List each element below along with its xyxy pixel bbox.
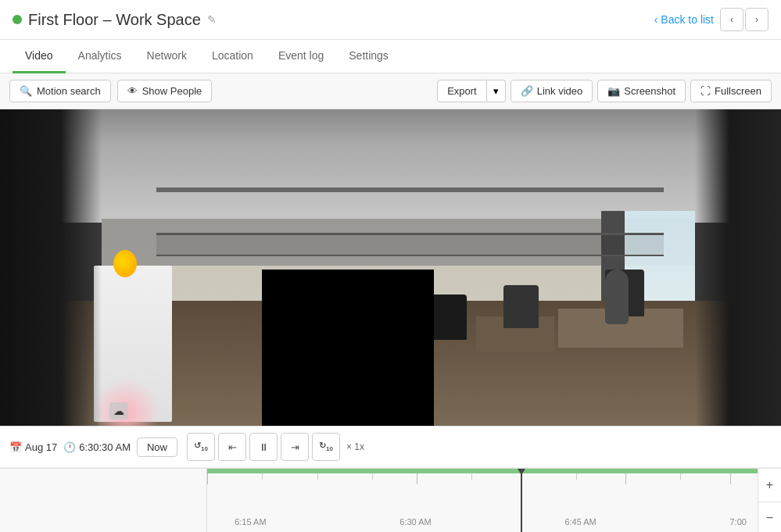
tick (262, 473, 263, 480)
next-frame-button[interactable]: ⇥ (281, 433, 309, 461)
tick-major (417, 473, 417, 484)
cloud-symbol: ☁ (113, 405, 124, 417)
tick (372, 473, 373, 480)
timeline-ticks (207, 473, 758, 489)
timeline-track-area[interactable]: 6:15 AM 6:30 AM 6:45 AM 7:00 (207, 469, 758, 532)
time-display: 📅 Aug 17 🕐 6:30:30 AM Now (9, 437, 177, 457)
pause-group: ⏸ (249, 433, 278, 461)
tick (680, 473, 681, 480)
motion-search-button[interactable]: 🔍 Motion search (9, 80, 111, 102)
link-icon: 🔗 (521, 85, 533, 97)
show-people-label: Show People (142, 85, 202, 97)
time-label-4: 7:00 (729, 517, 746, 527)
pause-icon: ⏸ (259, 441, 269, 453)
export-button[interactable]: Export (437, 80, 487, 102)
camera-icon: 📷 (607, 85, 620, 97)
back-to-list-label: Back to list (661, 13, 714, 26)
clock-icon: 🕐 (63, 441, 76, 453)
back-to-list-link[interactable]: ‹ Back to list (654, 13, 714, 26)
next-frame-icon: ⇥ (291, 441, 299, 453)
playhead-arrow (518, 469, 525, 475)
camera-title: First Floor – Work Space ✎ (13, 11, 654, 29)
motion-search-label: Motion search (37, 85, 101, 97)
toolbar-right: Export ▾ 🔗 Link video 📷 Screenshot ⛶ Ful… (437, 80, 772, 102)
show-people-button[interactable]: 👁 Show People (117, 80, 213, 102)
tick (317, 473, 318, 480)
screenshot-label: Screenshot (624, 85, 675, 97)
time-badge: 🕐 6:30:30 AM (63, 441, 131, 453)
tick-major (730, 473, 731, 484)
tab-location[interactable]: Location (199, 40, 266, 73)
zoom-in-button[interactable]: + (758, 469, 781, 502)
nav-arrows: ‹ › (720, 8, 768, 31)
speed-label: × 1x (346, 441, 364, 452)
chair-2 (503, 285, 539, 328)
right-panel (695, 109, 781, 426)
timeline-left-panel (0, 469, 207, 532)
header: First Floor – Work Space ✎ ‹ Back to lis… (0, 0, 781, 40)
tick (471, 473, 472, 480)
header-right: ‹ Back to list ‹ › (654, 8, 768, 31)
screenshot-button[interactable]: 📷 Screenshot (597, 80, 686, 102)
pause-button[interactable]: ⏸ (249, 433, 278, 461)
forward-10s-button[interactable]: ↻10 (312, 433, 340, 461)
tab-analytics[interactable]: Analytics (66, 40, 134, 73)
balloon (113, 250, 137, 277)
dropdown-arrow-icon: ▾ (493, 85, 499, 97)
tick-major (625, 473, 626, 484)
eye-icon: 👁 (127, 85, 138, 97)
tab-event-log[interactable]: Event log (266, 40, 336, 73)
next-camera-button[interactable]: › (745, 8, 768, 31)
tab-settings[interactable]: Settings (336, 40, 401, 73)
rewind-10s-button[interactable]: ↺10 (187, 433, 215, 461)
export-label: Export (447, 85, 477, 97)
toolbar-left: 🔍 Motion search 👁 Show People (9, 80, 431, 102)
cloud-icon: ☁ (109, 402, 128, 420)
time-label-2: 6:30 AM (399, 517, 431, 527)
camera-name: First Floor – Work Space (28, 11, 201, 29)
back-chevron-icon: ‹ (654, 13, 658, 26)
rewind-icon: ↺10 (194, 441, 208, 452)
tab-video[interactable]: Video (13, 40, 66, 73)
time-label: 6:30:30 AM (79, 441, 131, 453)
prev-frame-icon: ⇤ (228, 441, 237, 453)
prev-frame-button[interactable]: ⇤ (218, 433, 246, 461)
chair-3 (429, 295, 467, 340)
link-video-label: Link video (537, 85, 583, 97)
forward-icon: ↻10 (319, 441, 333, 452)
tab-network[interactable]: Network (134, 40, 199, 73)
fullscreen-label: Fullscreen (715, 85, 761, 97)
edit-icon[interactable]: ✎ (207, 13, 217, 26)
zoom-controls: + − (758, 469, 781, 532)
tick (207, 473, 208, 484)
time-label-1: 6:15 AM (235, 517, 266, 527)
time-label-3: 6:45 AM (564, 517, 596, 527)
export-group: Export ▾ (437, 80, 506, 102)
left-panel (0, 109, 102, 426)
zoom-out-button[interactable]: − (758, 502, 781, 533)
fullscreen-button[interactable]: ⛶ Fullscreen (690, 80, 772, 102)
date-label: Aug 17 (25, 441, 57, 453)
playback-controls: ↺10 ⇤ ⏸ ⇥ ↻10 × 1x (187, 433, 364, 461)
railing (156, 233, 664, 256)
search-icon: 🔍 (20, 85, 32, 97)
video-player[interactable]: ☁ (0, 109, 781, 426)
video-scene: ☁ (0, 109, 781, 426)
tick (576, 473, 577, 480)
timeline-controls: 📅 Aug 17 🕐 6:30:30 AM Now ↺10 ⇤ (0, 427, 781, 468)
tabs-nav: Video Analytics Network Location Event l… (0, 40, 781, 73)
expand-icon: ⛶ (700, 85, 711, 97)
now-button[interactable]: Now (137, 437, 177, 457)
pipe (156, 187, 664, 192)
person (605, 270, 629, 324)
timeline-scrubber: 6:15 AM 6:30 AM 6:45 AM 7:00 + − (0, 468, 781, 532)
export-dropdown-button[interactable]: ▾ (487, 80, 506, 102)
date-badge: 📅 Aug 17 (9, 441, 57, 453)
banner-logo (98, 375, 168, 426)
video-toolbar: 🔍 Motion search 👁 Show People Export ▾ 🔗… (0, 73, 781, 109)
calendar-icon: 📅 (9, 441, 22, 453)
timeline-area: 📅 Aug 17 🕐 6:30:30 AM Now ↺10 ⇤ (0, 426, 781, 532)
link-video-button[interactable]: 🔗 Link video (511, 80, 593, 102)
redacted-area-2 (285, 371, 364, 426)
prev-camera-button[interactable]: ‹ (720, 8, 743, 31)
